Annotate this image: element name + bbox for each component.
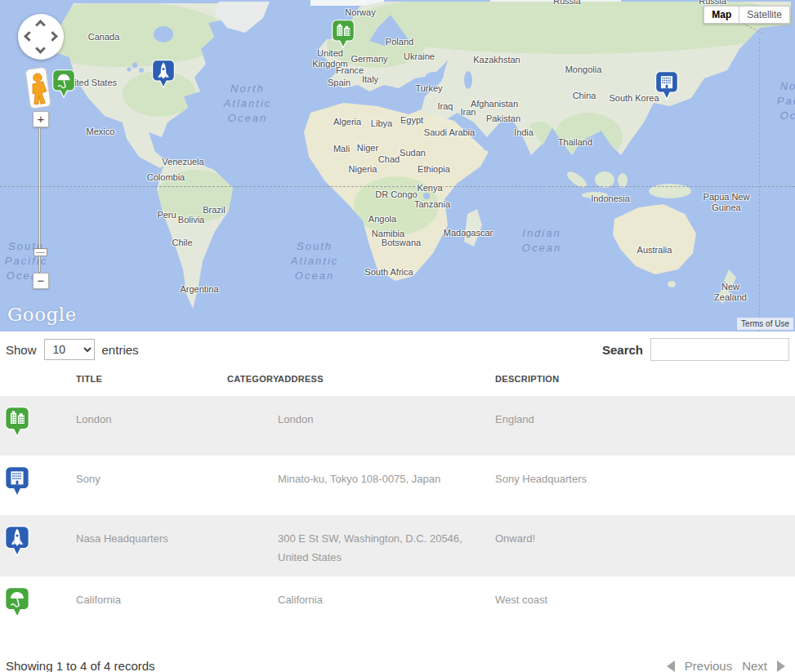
- search-input[interactable]: [650, 338, 789, 361]
- table-row: LondonLondonEngland: [0, 396, 795, 456]
- map-type-control: Map Satellite: [703, 6, 790, 24]
- pan-up-icon[interactable]: [35, 20, 46, 30]
- equator-dashed-line: [0, 186, 795, 187]
- search-group: Search: [602, 338, 789, 361]
- zoom-out-button[interactable]: −: [33, 273, 49, 289]
- building-marker-icon: [4, 465, 30, 500]
- rocket-marker-icon: [151, 59, 176, 91]
- row-category-icon-cell: [0, 396, 76, 456]
- city-marker-icon: [331, 19, 355, 51]
- row-title-cell: Nasa Headquarters: [76, 515, 227, 576]
- map-marker-california[interactable]: [51, 69, 76, 105]
- address-column-header[interactable]: ADDRESS: [278, 366, 495, 396]
- map-viewport[interactable]: CanadaUnited StatesMexicoVenezuelaColomb…: [0, 0, 795, 332]
- row-description-cell: West coast: [495, 576, 795, 636]
- row-title-cell: California: [76, 576, 227, 636]
- show-label: Show: [6, 343, 37, 357]
- next-button[interactable]: Next: [742, 659, 767, 672]
- row-description-cell: Onward!: [495, 515, 795, 576]
- records-summary: Showing 1 to 4 of 4 records: [6, 659, 155, 672]
- building-marker-icon: [654, 70, 679, 103]
- row-category-icon-cell: [0, 515, 76, 576]
- map-type-satellite-button[interactable]: Satellite: [739, 6, 790, 24]
- row-address-cell: Minato-ku, Tokyo 108-0075, Japan: [278, 456, 495, 515]
- pagination: Previous Next: [667, 659, 785, 672]
- row-category-cell: [227, 396, 278, 456]
- search-label: Search: [602, 343, 643, 357]
- icon-column-header: [0, 366, 76, 396]
- row-category-cell: [227, 576, 278, 636]
- table-row: CaliforniaCaliforniaWest coast: [0, 576, 795, 636]
- row-description-cell: Sony Headquarters: [495, 456, 795, 515]
- table-footer: Showing 1 to 4 of 4 records Previous Nex…: [0, 636, 795, 672]
- row-title-cell: London: [76, 396, 227, 456]
- row-category-icon-cell: [0, 576, 76, 636]
- row-title-cell: Sony: [76, 456, 227, 515]
- row-category-cell: [227, 456, 278, 515]
- map-pan-control[interactable]: [18, 14, 64, 60]
- category-column-header[interactable]: CATEGORY: [227, 366, 278, 396]
- entries-label: entries: [102, 343, 139, 357]
- beach-marker-icon: [4, 586, 30, 621]
- description-column-header[interactable]: DESCRIPTION: [495, 366, 795, 396]
- pan-down-icon[interactable]: [35, 43, 46, 54]
- table-controls-bar: Show 10 entries Search: [0, 332, 795, 364]
- city-marker-icon: [4, 406, 30, 440]
- row-address-cell: 300 E St SW, Washington, D.C. 20546, Uni…: [278, 515, 495, 576]
- world-map-graphic: [0, 0, 795, 332]
- next-icon[interactable]: [777, 661, 785, 672]
- page-size-select[interactable]: 10: [44, 339, 95, 360]
- row-category-cell: [227, 515, 278, 576]
- table-row: Nasa Headquarters300 E St SW, Washington…: [0, 515, 795, 576]
- title-column-header[interactable]: TITLE: [76, 366, 227, 396]
- table-header-row: TITLE CATEGORY ADDRESS DESCRIPTION: [0, 366, 795, 396]
- pan-right-icon[interactable]: [47, 31, 58, 42]
- row-category-icon-cell: [0, 456, 76, 515]
- beach-marker-icon: [51, 69, 76, 101]
- terms-of-use-link[interactable]: Terms of Use: [737, 318, 793, 330]
- map-marker-sony[interactable]: [654, 70, 679, 106]
- zoom-slider-handle[interactable]: [33, 248, 47, 256]
- table-row: SonyMinato-ku, Tokyo 108-0075, JapanSony…: [0, 456, 795, 515]
- dateline-dashed-line: [759, 38, 760, 332]
- google-logo: Google: [7, 304, 77, 325]
- map-marker-london[interactable]: [331, 19, 355, 55]
- rocket-marker-icon: [4, 525, 30, 559]
- previous-icon[interactable]: [667, 661, 675, 672]
- row-address-cell: London: [278, 396, 495, 456]
- pan-left-icon[interactable]: [24, 31, 34, 42]
- row-description-cell: England: [495, 396, 795, 456]
- row-address-cell: California: [278, 576, 495, 636]
- page-size-group: Show 10 entries: [6, 339, 139, 360]
- locations-table: TITLE CATEGORY ADDRESS DESCRIPTION Londo…: [0, 366, 795, 636]
- map-marker-nasa[interactable]: [151, 59, 176, 95]
- previous-button[interactable]: Previous: [685, 659, 732, 672]
- zoom-in-button[interactable]: +: [33, 111, 49, 127]
- map-type-map-button[interactable]: Map: [703, 6, 739, 24]
